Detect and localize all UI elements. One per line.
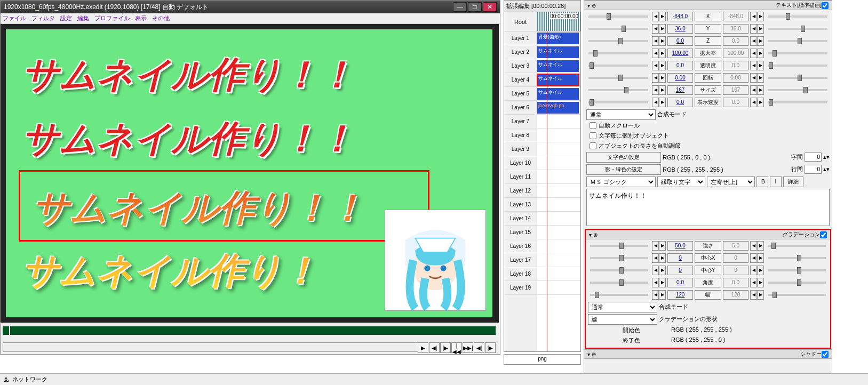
track-row[interactable] [537,115,580,129]
slider[interactable] [768,28,827,30]
slider[interactable] [588,52,648,54]
track-row[interactable] [537,281,580,295]
grad-blend-select[interactable]: 通常 [588,302,657,312]
slider[interactable] [588,28,648,30]
dec-button[interactable]: ◀ [750,73,757,83]
dec-button[interactable]: ◀ [652,73,659,83]
layer-name[interactable]: Layer 13 [504,198,537,212]
autolen-check[interactable] [590,142,596,149]
dec-button[interactable]: ◀ [750,12,757,21]
track-row[interactable]: 背景(図形) [537,31,580,45]
inc-button[interactable]: ▶ [757,61,764,70]
inc-button[interactable]: ▶ [659,290,666,300]
inc-button[interactable]: ▶ [659,85,666,95]
clip[interactable]: サムネイル [537,88,579,100]
slider[interactable] [588,89,648,91]
track-row[interactable] [537,129,580,142]
layer-name[interactable]: Layer 16 [504,239,537,253]
layer-name[interactable]: Layer 1 [504,31,537,45]
inc-button[interactable]: ▶ [659,241,666,251]
collapse-icon[interactable]: ▾ ⊕ [589,232,598,238]
slider[interactable] [768,40,827,42]
inc-button[interactable]: ▶ [757,24,764,34]
param-value-left[interactable]: 0.0 [667,36,693,46]
param-value-right[interactable]: 0.00 [723,73,748,83]
step-fwd-button[interactable]: |▶ [485,342,496,353]
param-label[interactable]: 中心Y [695,266,721,275]
param-value-right[interactable]: 0.0 [723,278,748,287]
inc-button[interactable]: ▶ [659,73,666,83]
text-input[interactable]: サムネイル作り！！ [586,189,830,226]
param-label[interactable]: Z [695,36,721,46]
param-value-left[interactable]: 0.0 [667,98,693,107]
menu-profile[interactable]: プロファイル [94,14,130,22]
dec-button[interactable]: ◀ [652,36,659,46]
slider[interactable] [768,52,827,54]
inc-button[interactable]: ▶ [757,253,764,263]
layer-name[interactable]: Layer 17 [504,253,537,267]
text-section-enable[interactable] [822,2,829,9]
inc-button[interactable]: ▶ [757,85,764,95]
inc-button[interactable]: ▶ [659,266,666,275]
track-row[interactable]: jbAi0Vgh.pn [537,101,580,115]
param-value-right[interactable]: 120 [723,290,748,300]
dec-button[interactable]: ◀ [652,85,659,95]
dec-button[interactable]: ◀ [750,85,757,95]
collapse-icon[interactable]: ▾ ⊕ [587,3,596,9]
param-value-left[interactable]: 0 [667,266,693,275]
gradation-header[interactable]: ▾ ⊕ グラデーション [586,230,830,239]
end-color-btn[interactable]: 終了色 [591,336,671,344]
inc-button[interactable]: ▶ [757,98,764,107]
close-button[interactable]: ✕ [483,2,497,12]
param-label[interactable]: 拡大率 [695,49,721,58]
network-icon[interactable]: 🖧 [3,376,9,383]
param-value-left[interactable]: 50.0 [667,241,693,251]
inc-button[interactable]: ▶ [757,241,764,251]
goto-end-button[interactable]: ▶▶| [463,342,473,353]
menu-other[interactable]: その他 [152,14,170,22]
next-frame-button[interactable]: |▶ [440,342,451,353]
slider[interactable] [768,65,827,67]
slider[interactable] [768,15,827,18]
param-value-left[interactable]: 100.00 [667,49,693,58]
track-row[interactable] [537,142,580,156]
clip[interactable]: 背景(図形) [537,33,579,44]
inc-button[interactable]: ▶ [757,73,764,83]
dec-button[interactable]: ◀ [652,253,659,263]
line-input[interactable] [805,165,822,174]
bold-button[interactable]: B [756,177,768,187]
track-row[interactable] [537,198,580,212]
param-label[interactable]: サイズ [695,85,721,95]
track-row[interactable]: サムネイル [537,73,580,87]
slider[interactable] [768,269,826,271]
taskbar-network[interactable]: ネットワーク [12,375,47,383]
param-value-right[interactable]: 0.0 [723,36,748,46]
param-label[interactable]: 中心X [695,253,721,263]
text-section-header[interactable]: ▾ ⊕ テキスト[標準描画] [584,1,832,10]
layer-name[interactable]: Layer 4 [504,73,537,87]
dec-button[interactable]: ◀ [750,36,757,46]
detail-button[interactable]: 詳細 [783,177,803,187]
layer-name[interactable]: Layer 9 [504,142,537,156]
param-label[interactable]: 回転 [695,73,721,83]
param-value-left[interactable]: 167 [667,85,693,95]
layer-name[interactable]: Layer 5 [504,87,537,101]
inc-button[interactable]: ▶ [659,49,666,58]
dec-button[interactable]: ◀ [652,278,659,287]
track-row[interactable]: サムネイル [537,87,580,101]
layer-name[interactable]: Layer 8 [504,129,537,142]
layer-tracks[interactable]: 00:00:00.00 背景(図形)サムネイルサムネイルサムネイルサムネイルjb… [537,12,580,351]
layer-name[interactable]: Layer 12 [504,184,537,198]
slider[interactable] [588,101,648,103]
grad-shape-select[interactable]: 線 [588,314,657,325]
selection-box[interactable] [19,170,429,242]
dec-button[interactable]: ◀ [750,290,757,300]
layer-name[interactable]: Layer 11 [504,170,537,184]
slider[interactable] [768,101,827,103]
param-value-right[interactable]: 167 [723,85,748,95]
param-label[interactable]: 強さ [695,241,721,251]
track-row[interactable]: サムネイル [537,59,580,73]
slider[interactable] [588,15,648,18]
param-value-right[interactable]: 36.0 [723,24,748,34]
slider[interactable] [590,257,648,259]
